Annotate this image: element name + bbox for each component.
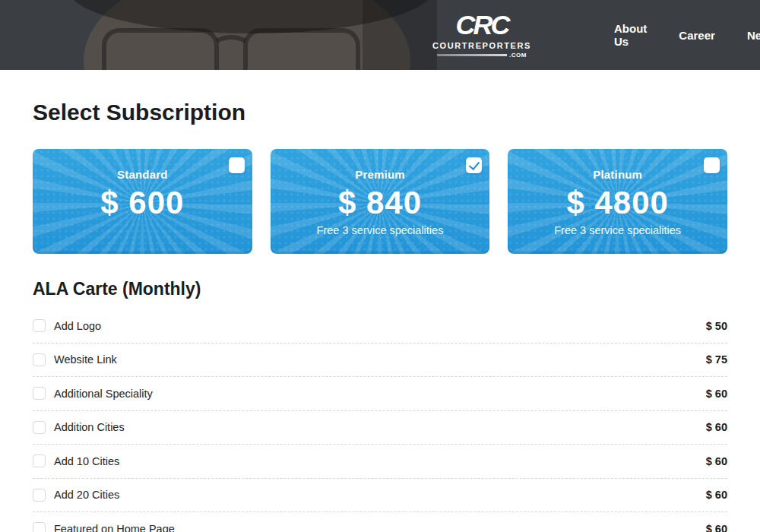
ala-price: $ 75 [706, 353, 727, 366]
checkbox-addition-cities[interactable] [33, 421, 46, 434]
plan-checkbox-platinum[interactable] [704, 157, 720, 173]
brand-tld: .COM [509, 52, 527, 59]
ala-carte-list: Add Logo $ 50 Website Link $ 75 Addition… [33, 309, 727, 532]
brand-logo[interactable]: CRC COURTREPORTERS .COM [437, 11, 527, 59]
nav-about-us[interactable]: About Us [614, 22, 647, 48]
checkbox-additional-speciality[interactable] [33, 387, 46, 400]
checkbox-add-10-cities[interactable] [33, 454, 46, 467]
plan-checkbox-standard[interactable] [229, 157, 245, 173]
ala-label: Addition Cities [54, 421, 706, 433]
nav-career[interactable]: Career [679, 29, 715, 42]
plan-price: $ 4800 [566, 187, 668, 219]
ala-row-website-link: Website Link $ 75 [33, 344, 727, 378]
subscription-plans: Standard $ 600 Premium $ 840 Free 3 serv… [33, 149, 727, 254]
brand-name: COURTREPORTERS [432, 41, 531, 50]
ala-label: Featured on Home Page [54, 523, 706, 532]
brand-underline: .COM [437, 52, 527, 59]
plan-note: Free 3 service specialities [554, 224, 681, 237]
ala-carte-title: ALA Carte (Monthly) [33, 279, 727, 299]
plan-checkbox-premium[interactable] [466, 157, 482, 173]
plan-price: $ 600 [100, 187, 184, 219]
ala-label: Add 10 Cities [54, 455, 706, 467]
plan-name: Premium [355, 168, 405, 181]
ala-price: $ 60 [706, 455, 727, 467]
plan-card-premium[interactable]: Premium $ 840 Free 3 service specialitie… [271, 149, 490, 254]
plan-card-platinum[interactable]: Platinum $ 4800 Free 3 service specialit… [508, 149, 727, 254]
page-title: Select Subscription [33, 100, 727, 125]
ala-label: Website Link [54, 353, 706, 366]
plan-name: Platinum [593, 168, 642, 181]
ala-price: $ 60 [706, 388, 727, 400]
ala-row-add-20-cities: Add 20 Cities $ 60 [33, 479, 727, 513]
checkbox-add-20-cities[interactable] [33, 489, 46, 502]
plan-card-standard[interactable]: Standard $ 600 [33, 149, 252, 254]
ala-row-add-logo: Add Logo $ 50 [33, 309, 727, 344]
ala-price: $ 50 [706, 320, 727, 332]
checkbox-featured-on-home-page[interactable] [33, 522, 46, 532]
ala-price: $ 60 [706, 421, 727, 433]
checkbox-website-link[interactable] [33, 353, 46, 366]
plan-name: Standard [117, 168, 168, 181]
ala-label: Add Logo [54, 320, 706, 332]
ala-price: $ 60 [706, 523, 727, 532]
nav-news[interactable]: News [747, 29, 760, 42]
ala-row-add-10-cities: Add 10 Cities $ 60 [33, 445, 727, 479]
header-background-photo [57, 0, 437, 70]
main-content: Select Subscription Standard $ 600 Premi… [0, 100, 760, 532]
header: CRC COURTREPORTERS .COM About Us Career … [0, 0, 760, 70]
ala-label: Add 20 Cities [54, 489, 706, 501]
ala-price: $ 60 [706, 489, 727, 501]
ala-label: Additional Speciality [54, 388, 706, 400]
main-nav: About Us Career News Contact Us FAQs [614, 22, 760, 48]
checkbox-add-logo[interactable] [33, 319, 46, 332]
brand-acronym: CRC [456, 12, 508, 40]
ala-row-additional-speciality: Additional Speciality $ 60 [33, 377, 727, 411]
plan-note: Free 3 service specialities [317, 224, 444, 237]
ala-row-featured-on-home-page: Featured on Home Page $ 60 [33, 512, 727, 532]
ala-row-addition-cities: Addition Cities $ 60 [33, 411, 727, 445]
plan-price: $ 840 [338, 187, 422, 219]
